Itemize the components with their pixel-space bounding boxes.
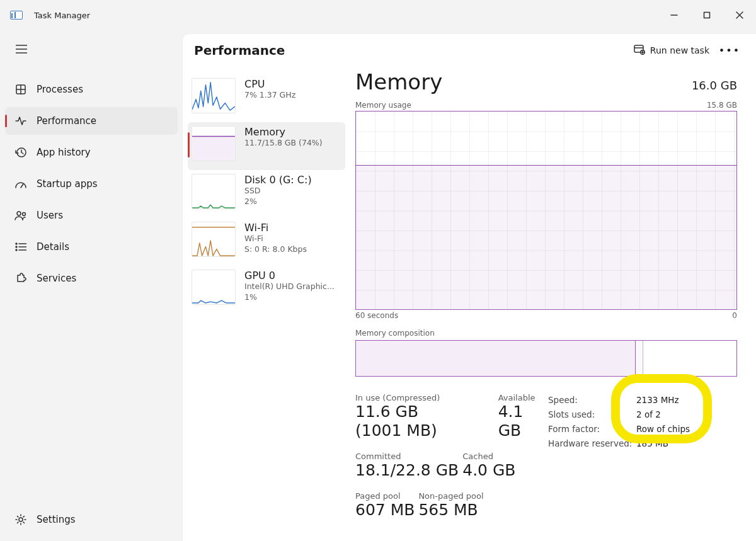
composition-label: Memory composition (355, 329, 737, 338)
perf-item-title: Disk 0 (G: C:) (244, 174, 312, 186)
perf-item-disk[interactable]: Disk 0 (G: C:) SSD 2% (188, 170, 345, 218)
paged-value: 607 MB (355, 501, 415, 520)
svg-rect-26 (192, 136, 235, 161)
run-new-task-label: Run new task (650, 45, 709, 55)
memory-usage-chart (355, 111, 737, 310)
perf-item-sub: 7% 1.37 GHz (244, 90, 295, 101)
sidebar-item-label: Users (37, 210, 63, 221)
history-icon (11, 147, 30, 158)
perf-item-wifi[interactable]: Wi-Fi Wi-Fi S: 0 R: 8.0 Kbps (188, 218, 345, 266)
svg-point-13 (23, 213, 26, 216)
perf-item-title: CPU (244, 78, 295, 90)
page-title: Performance (194, 43, 285, 58)
committed-value: 18.1/22.8 GB (355, 461, 459, 480)
disk-thumbnail-chart (192, 174, 236, 209)
perf-item-sub2: S: 0 R: 8.0 Kbps (244, 244, 307, 255)
gauge-icon (11, 179, 30, 189)
perf-item-sub: Intel(R) UHD Graphic... (244, 282, 335, 292)
window-title: Task Manager (34, 11, 90, 20)
perf-item-gpu[interactable]: GPU 0 Intel(R) UHD Graphic... 1% (188, 266, 345, 314)
speed-key: Speed: (548, 393, 636, 407)
svg-line-11 (21, 184, 23, 188)
puzzle-icon (11, 273, 30, 284)
list-icon (11, 242, 30, 251)
activity-icon (11, 115, 30, 127)
available-value: 4.1 GB (498, 402, 538, 440)
hw-key: Hardware reserved: (548, 436, 636, 451)
sidebar-item-settings[interactable]: Settings (5, 506, 178, 533)
inuse-value: 11.6 GB (1001 MB) (355, 402, 468, 440)
titlebar: Task Manager (0, 0, 756, 30)
composition-modified-segment (636, 341, 643, 376)
sidebar: Processes Performance App history Startu… (0, 30, 183, 541)
inuse-label: In use (Compressed) (355, 393, 468, 402)
sidebar-item-startup[interactable]: Startup apps (5, 170, 178, 198)
detail-title: Memory (355, 69, 442, 94)
committed-label: Committed (355, 452, 459, 461)
hw-value: 185 MB (636, 436, 668, 451)
gpu-thumbnail-chart (192, 270, 236, 305)
close-button[interactable] (723, 2, 756, 28)
sidebar-item-details[interactable]: Details (5, 233, 178, 261)
composition-used-segment (356, 341, 636, 376)
cpu-thumbnail-chart (192, 78, 236, 113)
sidebar-item-history[interactable]: App history (5, 139, 178, 166)
svg-point-18 (16, 249, 17, 251)
form-key: Form factor: (548, 422, 636, 436)
xaxis-right: 0 (732, 311, 737, 320)
sidebar-item-label: Settings (37, 514, 76, 525)
memory-composition-bar (355, 340, 737, 377)
perf-item-sub: SSD (244, 186, 312, 196)
perf-item-title: Memory (244, 126, 323, 138)
perf-item-sub2: 1% (244, 292, 335, 303)
usage-chart-label: Memory usage (355, 101, 411, 110)
perf-item-sub: Wi-Fi (244, 234, 307, 244)
svg-point-20 (19, 518, 23, 521)
perf-item-title: Wi-Fi (244, 222, 307, 234)
maximize-button[interactable] (690, 2, 723, 28)
speed-value: 2133 MHz (636, 393, 679, 407)
sidebar-item-label: Services (37, 273, 76, 284)
sidebar-item-label: App history (37, 147, 91, 158)
paged-label: Paged pool (355, 491, 415, 501)
cached-value: 4.0 GB (462, 461, 515, 480)
svg-point-14 (16, 243, 17, 244)
usage-chart-max: 15.8 GB (707, 101, 737, 110)
nonpaged-label: Non-paged pool (418, 491, 483, 501)
slots-key: Slots used: (548, 407, 636, 422)
sidebar-item-processes[interactable]: Processes (5, 76, 178, 103)
sidebar-item-users[interactable]: Users (5, 202, 178, 229)
sidebar-item-label: Startup apps (37, 178, 98, 190)
cached-label: Cached (462, 452, 515, 461)
perf-item-cpu[interactable]: CPU 7% 1.37 GHz (188, 74, 345, 122)
minimize-button[interactable] (658, 2, 690, 28)
main-panel: Performance Run new task ••• CPU 7% 1. (183, 34, 756, 541)
perf-item-sub2: 2% (244, 196, 312, 207)
slots-value: 2 of 2 (636, 407, 661, 422)
run-new-task-button[interactable]: Run new task (627, 41, 716, 60)
memory-capacity: 16.0 GB (692, 79, 737, 92)
sidebar-item-label: Details (37, 241, 69, 253)
svg-point-12 (17, 212, 21, 215)
wifi-thumbnail-chart (192, 222, 236, 257)
memory-thumbnail-chart (192, 126, 236, 161)
sidebar-item-performance[interactable]: Performance (5, 107, 178, 135)
app-icon (10, 11, 23, 20)
available-label: Available (498, 393, 538, 402)
form-value: Row of chips (636, 422, 690, 436)
hamburger-button[interactable] (6, 34, 37, 64)
memory-detail-pane: Memory 16.0 GB Memory usage 15.8 GB 60 s… (350, 67, 756, 541)
users-icon (11, 210, 30, 220)
svg-rect-1 (704, 13, 710, 18)
grid-icon (11, 84, 30, 95)
nonpaged-value: 565 MB (418, 501, 483, 520)
perf-item-sub: 11.7/15.8 GB (74%) (244, 138, 323, 149)
window-plus-icon (634, 45, 645, 57)
perf-item-memory[interactable]: Memory 11.7/15.8 GB (74%) (188, 122, 345, 170)
sidebar-item-services[interactable]: Services (5, 265, 178, 292)
perf-item-title: GPU 0 (244, 270, 335, 282)
xaxis-left: 60 seconds (355, 311, 398, 320)
sidebar-item-label: Performance (37, 115, 96, 127)
sidebar-item-label: Processes (37, 84, 83, 95)
more-options-button[interactable]: ••• (716, 45, 743, 57)
